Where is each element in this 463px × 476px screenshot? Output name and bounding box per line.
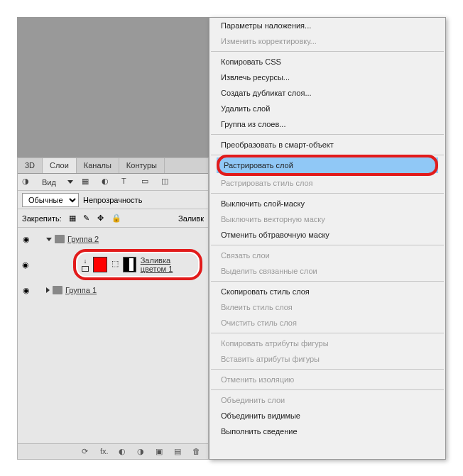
folder-icon xyxy=(53,286,62,294)
lock-pixels-icon[interactable]: ▦ xyxy=(69,214,79,223)
layer-fill-color-1[interactable]: ↓ ⬚ Заливка цветом 1 xyxy=(73,249,202,280)
visibility-icon[interactable]: ◉ xyxy=(21,259,31,270)
menu-flatten[interactable]: Выполнить сведение xyxy=(209,424,445,439)
menu-separator xyxy=(211,389,444,390)
expand-icon[interactable] xyxy=(46,238,52,241)
menu-disable-layer-mask[interactable]: Выключить слой-маску xyxy=(209,196,445,211)
layer-label: Группа 2 xyxy=(67,235,99,243)
menu-rasterize-layer[interactable]: Растрировать слой xyxy=(217,157,438,173)
menu-label: Растрировать слой xyxy=(224,161,293,170)
layer-filter-bar: ◑ Вид ▦ ◐ T ▭ ◫ xyxy=(18,174,208,191)
fx-icon[interactable]: fx. xyxy=(100,447,110,457)
lock-brush-icon[interactable]: ✎ xyxy=(83,214,93,223)
menu-cancel-isolation: Отменить изоляцию xyxy=(209,372,445,387)
tab-paths[interactable]: Контуры xyxy=(119,158,165,173)
menu-paste-layer-style: Вклеить стиль слоя xyxy=(209,299,445,315)
menu-delete-layer[interactable]: Удалить слой xyxy=(209,101,445,116)
layer-list: ◉ Группа 2 ◉ ↓ ⬚ Заливка цветом 1 ◉ xyxy=(18,228,208,301)
filter-shape-icon[interactable]: ▭ xyxy=(141,177,153,188)
layer-group-2[interactable]: ◉ Группа 2 xyxy=(18,231,208,248)
visibility-icon[interactable]: ◉ xyxy=(21,233,32,245)
adjustment-icon[interactable]: ◑ xyxy=(137,447,147,457)
new-layer-icon[interactable]: ▤ xyxy=(174,447,184,457)
layer-mask-thumbnail xyxy=(123,257,136,272)
menu-separator xyxy=(211,134,444,135)
link-icon: ⬚ xyxy=(111,259,119,270)
layers-panel: 3D Слои Каналы Контуры ◑ Вид ▦ ◐ T ▭ ◫ О… xyxy=(17,157,209,460)
menu-clear-layer-style: Очистить стиль слоя xyxy=(209,315,445,331)
menu-disable-vector-mask: Выключить векторную маску xyxy=(209,211,445,227)
menu-blending-options[interactable]: Параметры наложения... xyxy=(209,18,445,33)
menu-separator xyxy=(211,245,444,245)
menu-merge-layers: Объединить слои xyxy=(209,392,445,408)
layer-group-1[interactable]: ◉ Группа 1 xyxy=(18,282,208,299)
context-menu: Параметры наложения... Изменить корректи… xyxy=(209,17,446,460)
menu-convert-smart-object[interactable]: Преобразовать в смарт-объект xyxy=(209,137,445,153)
menu-edit-adjustment: Изменить корректировку... xyxy=(209,33,445,49)
filter-image-icon[interactable]: ▦ xyxy=(82,177,93,188)
lock-label: Закрепить: xyxy=(22,214,62,223)
menu-separator xyxy=(211,281,444,282)
mask-icon[interactable]: ◐ xyxy=(119,447,129,457)
panel-bottom-bar: ⟳ fx. ◐ ◑ ▣ ▤ 🗑 xyxy=(18,443,208,459)
menu-copy-layer-style[interactable]: Скопировать стиль слоя xyxy=(209,284,445,299)
lock-row: Закрепить: ▦ ✎ ✥ 🔒 Заливк xyxy=(18,209,208,228)
lock-move-icon[interactable]: ✥ xyxy=(97,214,107,223)
lock-icons: ▦ ✎ ✥ 🔒 xyxy=(69,214,121,223)
blend-mode-select[interactable]: Обычные xyxy=(22,193,79,207)
layer-label: Группа 1 xyxy=(65,286,97,294)
collapse-icon[interactable] xyxy=(46,287,50,293)
folder-icon xyxy=(55,235,65,243)
panel-tabs: 3D Слои Каналы Контуры xyxy=(18,158,208,174)
view-icon: ◑ xyxy=(22,177,33,188)
lock-all-icon[interactable]: 🔒 xyxy=(111,214,121,223)
menu-merge-visible[interactable]: Объединить видимые xyxy=(209,408,445,424)
tab-3d[interactable]: 3D xyxy=(18,158,43,173)
opacity-label: Непрозрачность xyxy=(83,196,142,204)
menu-separator xyxy=(211,333,444,333)
view-dropdown-icon[interactable] xyxy=(67,180,73,184)
menu-duplicate-layer[interactable]: Создать дубликат слоя... xyxy=(209,85,445,101)
menu-extract-assets[interactable]: Извлечь ресурсы... xyxy=(209,70,445,85)
menu-separator xyxy=(211,369,444,370)
tab-layers[interactable]: Слои xyxy=(43,158,77,173)
menu-separator xyxy=(211,193,444,194)
link-layers-icon[interactable]: ⟳ xyxy=(82,447,92,457)
layer-label: Заливка цветом 1 xyxy=(141,256,194,273)
tab-channels[interactable]: Каналы xyxy=(77,158,119,173)
layer-thumbnail xyxy=(93,257,107,272)
delete-icon[interactable]: 🗑 xyxy=(192,447,202,457)
group-icon[interactable]: ▣ xyxy=(156,447,165,457)
menu-separator xyxy=(211,155,444,155)
blend-row: Обычные Непрозрачность xyxy=(18,191,208,209)
filter-text-icon[interactable]: T xyxy=(121,177,133,188)
menu-release-clipping[interactable]: Отменить обтравочную маску xyxy=(209,227,445,243)
filter-smart-icon[interactable]: ◫ xyxy=(161,177,173,188)
adjust-indicator-icon xyxy=(82,266,89,272)
menu-group-from-layers[interactable]: Группа из слоев... xyxy=(209,116,445,132)
menu-separator xyxy=(211,51,444,52)
menu-rasterize-style: Растрировать стиль слоя xyxy=(209,175,445,191)
menu-copy-shape-attr: Копировать атрибуты фигуры xyxy=(209,336,445,351)
fill-label: Заливк xyxy=(178,214,204,223)
menu-copy-css[interactable]: Копировать CSS xyxy=(209,54,445,70)
visibility-icon[interactable]: ◉ xyxy=(21,284,32,296)
filter-adjust-icon[interactable]: ◐ xyxy=(102,177,113,188)
view-label: Вид xyxy=(42,178,56,187)
menu-paste-shape-attr: Вставить атрибуты фигуры xyxy=(209,351,445,367)
menu-select-linked: Выделить связанные слои xyxy=(209,263,445,279)
menu-link-layers: Связать слои xyxy=(209,248,445,263)
